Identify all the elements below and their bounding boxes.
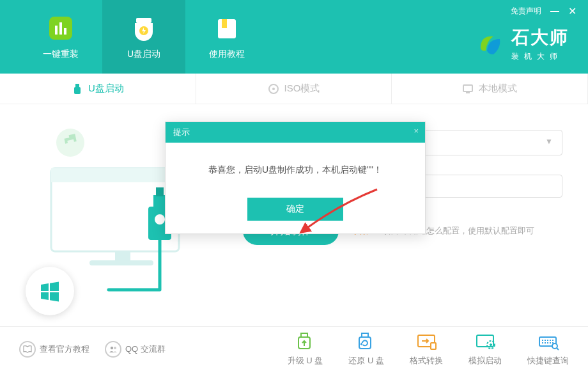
subtab-iso[interactable]: ISO模式	[196, 74, 392, 104]
windows-icon	[38, 280, 61, 303]
qq-group-link[interactable]: QQ 交流群	[105, 341, 166, 358]
usb-up-icon	[295, 332, 316, 351]
tool-label: 快捷键查询	[527, 355, 569, 367]
svg-point-23	[111, 346, 113, 349]
subtab-label: U盘启动	[88, 83, 124, 95]
footer: 查看官方教程 QQ 交流群 升级 U 盘 还原 U 盘 格式转换 模拟启动 快捷	[0, 326, 588, 371]
svg-rect-2	[59, 22, 62, 35]
tool-simulate-boot[interactable]: 模拟启动	[468, 332, 502, 367]
tab-usb-boot[interactable]: U盘启动	[102, 0, 185, 74]
link-label: QQ 交流群	[125, 343, 166, 355]
dialog-message: 恭喜您，启动U盘制作成功，本机启动键""！	[166, 143, 425, 198]
svg-rect-3	[64, 28, 66, 35]
svg-rect-9	[74, 87, 81, 94]
dialog-title-bar: 提示 ×	[166, 122, 425, 143]
disclaimer-link[interactable]: 免责声明	[511, 6, 541, 17]
close-button[interactable]: ✕	[568, 5, 576, 17]
book-open-icon	[19, 341, 36, 358]
svg-rect-1	[55, 26, 58, 35]
convert-icon	[415, 332, 437, 351]
monitor-icon	[462, 83, 474, 95]
svg-rect-7	[222, 19, 227, 28]
shield-icon	[130, 14, 158, 42]
keyboard-search-icon	[538, 332, 559, 351]
svg-rect-21	[156, 187, 164, 196]
app-header: 一键重装 U盘启动 使用教程 免责声明 ✕ 石大师 装机大师	[0, 0, 588, 74]
svg-rect-16	[51, 168, 179, 182]
sub-tabs: U盘启动 ISO模式 本地模式	[0, 74, 588, 104]
tool-label: 格式转换	[410, 355, 443, 367]
success-dialog: 提示 × 恭喜您，启动U盘制作成功，本机启动键""！ 确定	[165, 122, 426, 234]
people-icon	[105, 341, 121, 358]
window-controls: 免责声明 ✕	[511, 5, 576, 17]
dialog-title: 提示	[173, 127, 190, 138]
brand: 石大师 装机大师	[474, 26, 569, 62]
svg-rect-12	[463, 85, 472, 91]
simulate-icon	[474, 332, 496, 351]
subtab-label: ISO模式	[284, 83, 320, 95]
dialog-ok-button[interactable]: 确定	[247, 198, 343, 221]
svg-rect-28	[359, 337, 371, 349]
tool-upgrade-usb[interactable]: 升级 U 盘	[288, 332, 323, 367]
tool-hotkey-query[interactable]: 快捷键查询	[527, 332, 569, 367]
svg-line-37	[557, 348, 559, 350]
header-tabs: 一键重装 U盘启动 使用教程	[0, 0, 268, 74]
brand-title: 石大师	[511, 26, 569, 50]
minimize-button[interactable]	[550, 11, 559, 12]
book-icon	[213, 14, 241, 42]
tool-label: 升级 U 盘	[288, 355, 323, 367]
tab-label: U盘启动	[127, 49, 160, 60]
tab-reinstall[interactable]: 一键重装	[19, 0, 102, 74]
svg-rect-17	[115, 251, 130, 260]
subtab-usb[interactable]: U盘启动	[0, 74, 196, 104]
tool-label: 模拟启动	[468, 355, 502, 367]
subtab-local[interactable]: 本地模式	[392, 74, 588, 104]
tab-label: 一键重装	[43, 49, 79, 60]
usb-refresh-icon	[355, 332, 377, 351]
iso-icon	[268, 83, 279, 95]
brand-subtitle: 装机大师	[511, 51, 569, 62]
svg-point-24	[114, 347, 116, 349]
svg-rect-4	[136, 18, 151, 23]
svg-point-22	[155, 214, 165, 225]
chart-icon	[47, 14, 75, 42]
link-label: 查看官方教程	[40, 343, 89, 355]
svg-rect-13	[466, 92, 470, 93]
tab-tutorial[interactable]: 使用教程	[185, 0, 268, 74]
tool-label: 还原 U 盘	[348, 355, 384, 367]
svg-rect-18	[89, 260, 153, 265]
dialog-close-button[interactable]: ×	[414, 126, 419, 136]
config-field-2[interactable]	[409, 175, 562, 198]
tool-restore-usb[interactable]: 还原 U 盘	[348, 332, 384, 367]
svg-rect-20	[153, 195, 166, 208]
svg-point-36	[552, 343, 557, 349]
svg-rect-30	[431, 343, 436, 349]
svg-point-14	[56, 129, 84, 157]
tab-label: 使用教程	[209, 49, 245, 60]
svg-rect-8	[75, 84, 79, 87]
brand-logo-icon	[474, 29, 505, 59]
svg-point-11	[272, 88, 275, 90]
tutorial-link[interactable]: 查看官方教程	[19, 341, 89, 358]
windows-logo-badge	[26, 267, 74, 315]
usb-icon	[72, 83, 83, 95]
tool-format-convert[interactable]: 格式转换	[410, 332, 443, 367]
subtab-label: 本地模式	[479, 83, 517, 95]
